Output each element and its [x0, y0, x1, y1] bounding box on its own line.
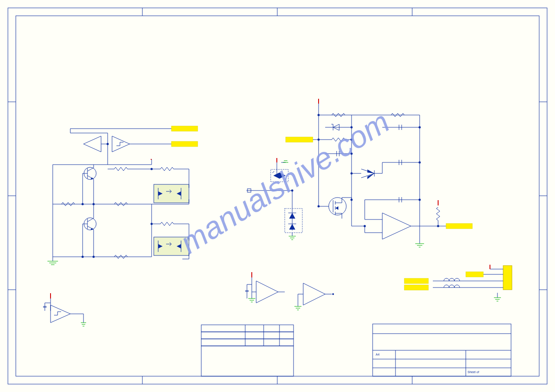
title-block: A4 Sheet of [201, 324, 511, 376]
r-top-2 [160, 167, 174, 171]
center-buffers [245, 272, 334, 310]
svg-point-140 [318, 114, 320, 116]
gnd-left [47, 261, 58, 265]
svg-point-108 [332, 293, 334, 295]
svg-point-189 [318, 205, 320, 208]
r-mid-3 [160, 222, 174, 226]
svg-marker-19 [112, 136, 130, 152]
r-top-1 [114, 167, 127, 171]
svg-marker-129 [289, 213, 295, 219]
svg-marker-98 [256, 281, 278, 303]
left-circuit [47, 126, 198, 265]
connector-block [404, 265, 512, 301]
svg-point-22 [107, 143, 109, 145]
svg-point-31 [151, 168, 153, 170]
mosfet-q3 [329, 198, 346, 219]
sheet-of-label: Sheet of [468, 370, 479, 374]
svg-marker-85 [51, 305, 70, 323]
svg-point-203 [437, 225, 439, 227]
gnd-connector [494, 293, 501, 301]
svg-point-160 [419, 126, 421, 129]
buffer-1 [83, 136, 101, 152]
schmitt-block [43, 293, 86, 326]
net-label-4 [446, 223, 472, 229]
svg-point-58 [93, 256, 95, 258]
net-label-1 [171, 126, 198, 131]
watermark-text: manualshive.com [174, 104, 395, 260]
svg-point-56 [151, 223, 153, 225]
svg-marker-170 [367, 169, 374, 173]
gnd-tvs-bot [289, 233, 296, 240]
svg-marker-193 [382, 213, 411, 239]
gnd-center-2 [294, 306, 301, 310]
svg-rect-208 [503, 266, 512, 290]
svg-marker-185 [335, 206, 338, 210]
svg-marker-17 [83, 136, 101, 152]
svg-point-192 [351, 199, 353, 201]
svg-point-168 [419, 199, 421, 201]
net-label-6 [404, 278, 428, 284]
schematic-page: A4 Sheet of manualshive.com [0, 0, 555, 392]
gnd-center-1 [248, 298, 255, 302]
net-label-2 [171, 141, 198, 147]
optocoupler-1 [154, 184, 189, 203]
dual-diode [361, 169, 374, 179]
svg-point-199 [364, 225, 366, 227]
size-label: A4 [376, 353, 380, 356]
svg-line-46 [87, 218, 94, 222]
svg-line-34 [87, 168, 94, 171]
net-label-7 [404, 285, 428, 290]
svg-marker-104 [303, 283, 325, 305]
svg-point-164 [419, 162, 421, 164]
svg-marker-172 [367, 173, 374, 179]
opamp-u6 [382, 213, 411, 239]
svg-rect-218 [201, 346, 294, 376]
svg-marker-131 [289, 224, 295, 230]
svg-point-42 [82, 203, 84, 205]
svg-point-175 [351, 173, 353, 175]
svg-point-59 [82, 256, 84, 258]
svg-point-178 [329, 198, 346, 215]
net-label-5 [466, 272, 483, 277]
gnd-schmitt [76, 314, 86, 326]
buffer-2-schmitt [112, 136, 130, 152]
net-label-3 [286, 137, 313, 142]
schematic-svg: A4 Sheet of manualshive.com [0, 0, 555, 392]
gnd-opamp [415, 244, 424, 247]
